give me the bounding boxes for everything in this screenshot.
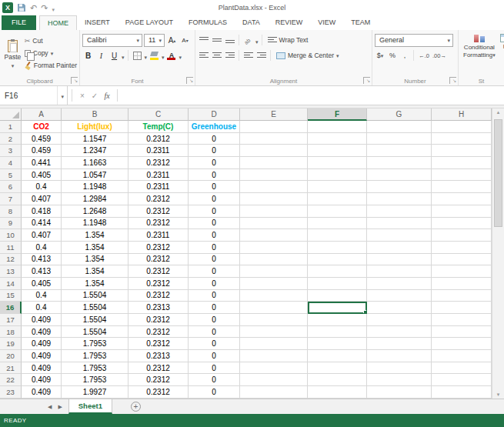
cell-A19[interactable]: 0.409: [22, 338, 62, 350]
cell-B5[interactable]: 1.0547: [62, 169, 129, 182]
orientation-button[interactable]: ab: [242, 34, 254, 47]
cell-E8[interactable]: [240, 205, 308, 218]
add-sheet-button[interactable]: +: [131, 402, 141, 412]
cell-B19[interactable]: 1.7953: [62, 338, 129, 350]
cell-D5[interactable]: 0: [189, 169, 240, 182]
row-header-20[interactable]: 20: [0, 350, 22, 362]
name-box[interactable]: F16: [0, 86, 68, 105]
column-header-E[interactable]: E: [240, 108, 308, 121]
decrease-indent-button[interactable]: [242, 49, 254, 62]
formula-input[interactable]: [122, 86, 504, 105]
cell-E1[interactable]: [240, 121, 308, 133]
tab-review[interactable]: REVIEW: [268, 15, 311, 30]
row-header-5[interactable]: 5: [0, 169, 22, 182]
cell-H1[interactable]: [432, 121, 492, 133]
cell-H21[interactable]: [432, 362, 492, 375]
fill-color-dropdown-icon[interactable]: [162, 48, 165, 62]
row-header-16[interactable]: 16: [0, 302, 22, 314]
cell-A4[interactable]: 0.441: [22, 157, 62, 169]
bold-button[interactable]: B: [82, 49, 94, 62]
cell-E14[interactable]: [240, 278, 308, 290]
sheet-nav-next-button[interactable]: ▶: [55, 399, 65, 414]
cell-G5[interactable]: [367, 169, 432, 182]
cell-A9[interactable]: 0.414: [22, 218, 62, 230]
column-header-F[interactable]: F: [308, 108, 367, 121]
cell-D17[interactable]: 0: [189, 314, 240, 326]
cell-D9[interactable]: 0: [189, 218, 240, 230]
align-center-button[interactable]: [211, 49, 222, 62]
cell-C16[interactable]: 0.2313: [129, 302, 189, 314]
cell-D8[interactable]: 0: [189, 205, 240, 218]
cell-G4[interactable]: [367, 157, 432, 169]
row-header-6[interactable]: 6: [0, 181, 22, 193]
cell-B16[interactable]: 1.5504: [62, 302, 129, 314]
save-button[interactable]: [17, 3, 26, 12]
cell-H20[interactable]: [432, 350, 492, 362]
cell-C2[interactable]: 0.2312: [129, 133, 189, 145]
cell-E20[interactable]: [240, 350, 308, 362]
cell-F3[interactable]: [308, 145, 367, 157]
cell-C9[interactable]: 0.2312: [129, 218, 189, 230]
align-bottom-button[interactable]: [224, 34, 235, 47]
cell-H15[interactable]: [432, 290, 492, 302]
cell-B10[interactable]: 1.354: [62, 229, 129, 242]
cell-D14[interactable]: 0: [189, 278, 240, 290]
cell-G10[interactable]: [367, 229, 432, 242]
cell-F5[interactable]: [308, 169, 367, 182]
cell-C15[interactable]: 0.2312: [129, 290, 189, 302]
cell-A7[interactable]: 0.407: [22, 193, 62, 205]
cell-G11[interactable]: [367, 242, 432, 254]
clipboard-dialog-launcher[interactable]: [71, 77, 78, 84]
comma-format-button[interactable]: ,: [399, 52, 410, 59]
cell-D6[interactable]: 0: [189, 181, 240, 193]
cell-E16[interactable]: [240, 302, 308, 314]
cell-G3[interactable]: [367, 145, 432, 157]
increase-decimal-button[interactable]: ←.0: [417, 52, 431, 59]
cell-E21[interactable]: [240, 362, 308, 375]
cell-G23[interactable]: [367, 386, 432, 399]
cell-F10[interactable]: [308, 229, 367, 242]
cell-B23[interactable]: 1.9927: [62, 386, 129, 399]
cell-A5[interactable]: 0.405: [22, 169, 62, 182]
cell-H12[interactable]: [432, 254, 492, 266]
cell-G21[interactable]: [367, 362, 432, 375]
cell-A1[interactable]: CO2: [22, 121, 62, 133]
cell-B8[interactable]: 1.2648: [62, 205, 129, 218]
cell-D20[interactable]: 0: [189, 350, 240, 362]
fill-color-button[interactable]: [149, 49, 160, 62]
decrease-font-size-button[interactable]: [179, 34, 191, 47]
font-color-button[interactable]: [166, 49, 178, 62]
cell-B18[interactable]: 1.5504: [62, 326, 129, 339]
tab-formulas[interactable]: FORMULAS: [181, 15, 235, 30]
orientation-dropdown-icon[interactable]: [255, 33, 259, 47]
cell-G22[interactable]: [367, 374, 432, 386]
column-header-D[interactable]: D: [189, 108, 240, 121]
cell-B14[interactable]: 1.354: [62, 278, 129, 290]
cell-E13[interactable]: [240, 265, 308, 278]
row-header-8[interactable]: 8: [0, 205, 22, 218]
cell-F17[interactable]: [308, 314, 367, 326]
cell-C7[interactable]: 0.2312: [129, 193, 189, 205]
cell-A17[interactable]: 0.409: [22, 314, 62, 326]
cell-C10[interactable]: 0.2311: [129, 229, 189, 242]
cell-G15[interactable]: [367, 290, 432, 302]
borders-dropdown-icon[interactable]: [145, 48, 148, 62]
cell-D23[interactable]: 0: [189, 386, 240, 399]
cell-E19[interactable]: [240, 338, 308, 350]
cell-E3[interactable]: [240, 145, 308, 157]
cell-A13[interactable]: 0.413: [22, 265, 62, 278]
cell-B7[interactable]: 1.2984: [62, 193, 129, 205]
cell-H11[interactable]: [432, 242, 492, 254]
cell-G18[interactable]: [367, 326, 432, 339]
cell-G14[interactable]: [367, 278, 432, 290]
cell-E11[interactable]: [240, 242, 308, 254]
cell-C21[interactable]: 0.2312: [129, 362, 189, 375]
number-dialog-launcher[interactable]: [449, 77, 456, 84]
row-header-1[interactable]: 1: [0, 121, 22, 133]
align-top-button[interactable]: [198, 34, 209, 47]
cell-C20[interactable]: 0.2313: [129, 350, 189, 362]
cell-D13[interactable]: 0: [189, 265, 240, 278]
row-header-18[interactable]: 18: [0, 326, 22, 339]
cell-F18[interactable]: [308, 326, 367, 339]
undo-button[interactable]: ↶: [30, 2, 37, 13]
